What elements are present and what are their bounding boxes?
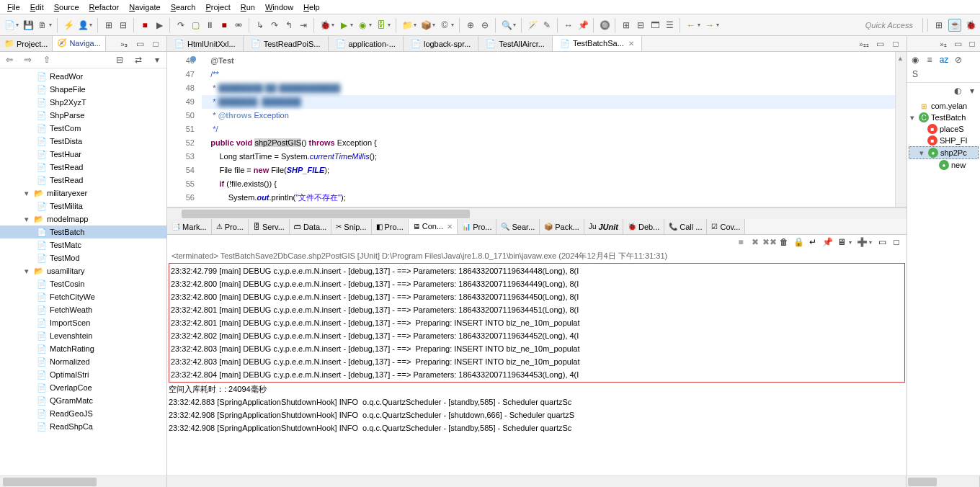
type-icon[interactable]: ⊖: [478, 19, 491, 32]
pause-icon[interactable]: ⏸: [203, 19, 216, 32]
layout-icon[interactable]: ⊟: [117, 19, 130, 32]
step-into-icon[interactable]: ↳: [254, 19, 267, 32]
layout-icon[interactable]: ⊞: [102, 19, 115, 32]
new-class-icon[interactable]: ©: [438, 19, 451, 32]
play-icon[interactable]: ▶: [153, 19, 166, 32]
forward-icon[interactable]: ⇨: [22, 53, 35, 66]
skip-icon[interactable]: ↷: [174, 19, 187, 32]
file-node[interactable]: 📄FetchWeath: [0, 303, 166, 316]
menu-search[interactable]: Search: [166, 2, 200, 12]
file-node[interactable]: 📄ReadWor: [0, 70, 166, 83]
console-output[interactable]: 23:32:42.799 [main] DEBUG c.y.p.e.e.m.N.…: [167, 263, 906, 475]
tab-navigator[interactable]: 🧭Naviga...: [53, 36, 105, 51]
menu-file[interactable]: File: [3, 2, 24, 12]
view-tab-Call [interactable]: 📞Call ...: [664, 219, 707, 234]
server-icon[interactable]: 🗄: [375, 19, 388, 32]
view-tab-Sear[interactable]: 🔍Sear...: [496, 219, 540, 234]
file-node[interactable]: 📄ImportScen: [0, 316, 166, 329]
display-icon[interactable]: 🖥: [836, 236, 847, 248]
maximize-icon[interactable]: □: [889, 37, 902, 50]
editor-tab[interactable]: 📄logback-spr...: [404, 36, 478, 51]
close-icon[interactable]: ✕: [628, 40, 634, 48]
minimize-icon[interactable]: ▭: [873, 37, 886, 50]
window-scrollbar[interactable]: [0, 475, 980, 487]
sort-icon[interactable]: aᴢ: [937, 53, 950, 66]
view-tab-Mark[interactable]: 📑Mark...: [167, 219, 212, 234]
menu-refactor[interactable]: Refactor: [85, 2, 124, 12]
file-node[interactable]: 📄ShapeFile: [0, 83, 166, 96]
editor-tab[interactable]: 📄TestAllAircr...: [478, 36, 553, 51]
view-tab-Deb[interactable]: 🐞Deb...: [623, 219, 664, 234]
window-icon[interactable]: ☰: [663, 19, 676, 32]
view-tab-Snip[interactable]: ✂Snip...: [331, 219, 371, 234]
stop-icon[interactable]: ■: [218, 19, 231, 32]
editor-tab[interactable]: 📄TestReadPoiS...: [244, 36, 329, 51]
outline-node[interactable]: ●new: [909, 159, 979, 171]
file-node[interactable]: 📄TestMatc: [0, 238, 166, 251]
view-menu-icon[interactable]: ▾: [151, 53, 164, 66]
new-icon[interactable]: 📄: [3, 19, 16, 32]
view-tab-JUnit[interactable]: JuJUnit: [584, 219, 623, 234]
resume-icon[interactable]: ▢: [189, 19, 202, 32]
quick-access[interactable]: Quick Access: [865, 21, 919, 30]
view-tab-Con[interactable]: 🖥Con...✕: [409, 219, 458, 234]
outline-node[interactable]: ▾CTestBatch: [909, 112, 979, 123]
file-node[interactable]: 📄ReadGeoJS: [0, 407, 166, 420]
up-icon[interactable]: ⇧: [40, 53, 53, 66]
toggle-icon[interactable]: ↔: [562, 19, 575, 32]
grid-icon[interactable]: ⊟: [634, 19, 647, 32]
scroll-lock-icon[interactable]: 🔒: [793, 236, 804, 248]
file-node[interactable]: 📄Shp2XyzT: [0, 96, 166, 109]
folder-node[interactable]: ▾📂modelmapp: [0, 213, 166, 225]
coverage-icon[interactable]: ◉: [356, 19, 369, 32]
collapse-all-icon[interactable]: ⊟: [113, 53, 126, 66]
terminate-icon[interactable]: ■: [735, 236, 747, 248]
sort-icon[interactable]: ≡: [923, 53, 936, 66]
view-tab-Pro[interactable]: ⚠Pro...: [212, 219, 249, 234]
remove-all-icon[interactable]: ✖✖: [764, 236, 775, 248]
file-node[interactable]: 📄Normalized: [0, 355, 166, 368]
focus-icon[interactable]: ◉: [909, 53, 922, 66]
file-node[interactable]: 📄TestRead: [0, 161, 166, 174]
overflow-icon[interactable]: »₂: [937, 37, 950, 50]
editor-scrollbar[interactable]: [167, 207, 906, 219]
file-node[interactable]: 📄TestCom: [0, 122, 166, 135]
back-icon[interactable]: ⇦: [3, 53, 16, 66]
overflow-icon[interactable]: »₃: [117, 37, 130, 50]
tab-project-explorer[interactable]: 📁Project...: [0, 36, 53, 51]
grid-icon[interactable]: ⊞: [620, 19, 633, 32]
outline-node[interactable]: ■SHP_FI: [909, 135, 979, 146]
open-console-icon[interactable]: ➕: [856, 236, 868, 248]
step-icon[interactable]: ⇥: [297, 19, 310, 32]
menu-project[interactable]: Project: [202, 2, 235, 12]
outline-tree[interactable]: ⊞com.yelan▾CTestBatch■placeS■SHP_FI▾●shp…: [907, 99, 980, 172]
dropdown-icon[interactable]: ▾: [49, 22, 52, 28]
new-package-icon[interactable]: 📦: [419, 19, 432, 32]
file-node[interactable]: 📄Levenshtein: [0, 329, 166, 342]
disconnect-icon[interactable]: ⚮: [232, 19, 245, 32]
type-icon[interactable]: ⊕: [464, 19, 477, 32]
new-project-icon[interactable]: 📁: [401, 19, 414, 32]
mode-icon[interactable]: 🔘: [598, 19, 611, 32]
view-tab-Cov[interactable]: ☑Cov...: [707, 219, 745, 234]
step-over-icon[interactable]: ↷: [268, 19, 281, 32]
file-node[interactable]: 📄TestHuar: [0, 148, 166, 161]
maximize-icon[interactable]: □: [149, 37, 162, 50]
search-icon[interactable]: 🔍: [500, 19, 513, 32]
save-all-icon[interactable]: 🗎: [36, 19, 49, 32]
window-icon[interactable]: 🗖: [649, 19, 662, 32]
outline-node[interactable]: ⊞com.yelan: [909, 100, 979, 112]
wrap-icon[interactable]: ↵: [807, 236, 819, 248]
menu-edit[interactable]: Edit: [26, 2, 48, 12]
file-node[interactable]: 📄TestBatch: [0, 225, 166, 238]
editor-tab[interactable]: 📄TestBatchSa...✕: [553, 36, 642, 51]
file-node[interactable]: 📄TestMod: [0, 251, 166, 264]
dropdown-icon[interactable]: ▾: [16, 22, 19, 28]
file-node[interactable]: 📄QGramMatc: [0, 394, 166, 407]
file-node[interactable]: 📄TestDista: [0, 135, 166, 148]
run-icon[interactable]: ▶: [337, 19, 350, 32]
view-tab-Pro[interactable]: 📊Pro...: [458, 219, 496, 234]
overflow-icon[interactable]: »₂₂: [858, 37, 870, 50]
debug-perspective-icon[interactable]: 🐞: [964, 19, 977, 32]
clear-icon[interactable]: 🗑: [778, 236, 790, 248]
